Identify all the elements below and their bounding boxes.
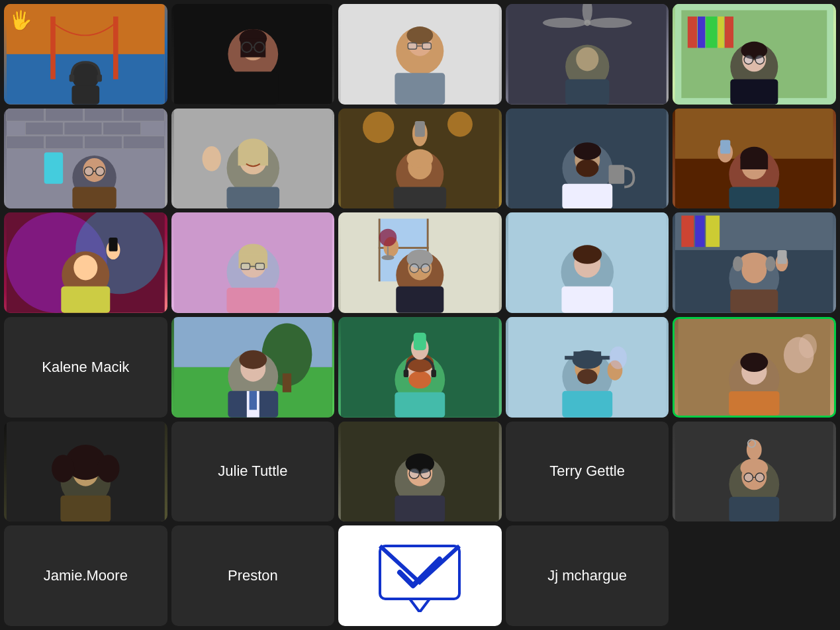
video-cell-r3c1[interactable] <box>4 212 167 313</box>
svg-rect-217 <box>380 546 459 599</box>
svg-rect-206 <box>395 496 445 522</box>
video-cell-jamie-moore[interactable]: Jamie.Moore <box>4 525 167 626</box>
mail-icon-svg <box>377 539 463 612</box>
svg-point-203 <box>409 469 419 478</box>
video-cell-r1c3[interactable] <box>338 4 502 105</box>
wave-emoji: 🖐️ <box>9 9 32 31</box>
video-cell-r4c4[interactable] <box>506 317 669 418</box>
video-portrait-r2c3 <box>338 109 502 209</box>
svg-rect-24 <box>395 73 445 104</box>
svg-rect-59 <box>84 136 122 148</box>
svg-rect-50 <box>7 109 44 121</box>
svg-rect-13 <box>228 71 278 104</box>
video-cell-r5c3[interactable] <box>338 422 502 522</box>
video-cell-jj-mchargue[interactable]: Jj mchargue <box>506 525 669 626</box>
jamie-moore-label: Jamie.Moore <box>37 561 134 591</box>
svg-point-148 <box>766 257 776 272</box>
svg-rect-113 <box>241 263 250 269</box>
video-portrait-r1c4 <box>506 4 669 105</box>
svg-rect-90 <box>562 183 612 208</box>
svg-point-20 <box>407 26 434 44</box>
video-cell-r3c5[interactable] <box>673 212 836 313</box>
svg-point-191 <box>799 334 817 358</box>
video-portrait-r1c2 <box>171 4 335 105</box>
svg-rect-37 <box>698 17 705 48</box>
video-cell-r1c4[interactable] <box>506 4 669 105</box>
video-cell-r4c5-active[interactable] <box>673 317 836 418</box>
video-cell-r1c2[interactable] <box>171 4 335 105</box>
video-cell-r3c2[interactable] <box>171 212 335 313</box>
svg-point-180 <box>577 369 597 384</box>
video-cell-r2c2[interactable] <box>171 109 335 209</box>
svg-rect-119 <box>379 219 381 282</box>
svg-point-77 <box>447 111 473 136</box>
svg-rect-56 <box>103 122 141 135</box>
svg-point-28 <box>588 18 631 28</box>
video-cell-r2c5[interactable] <box>673 109 836 209</box>
video-portrait-r5c3 <box>338 422 502 522</box>
mail-icon-container <box>338 525 502 626</box>
video-cell-terry-gettle[interactable]: Terry Gettle <box>506 422 669 522</box>
svg-rect-150 <box>778 250 787 264</box>
svg-point-129 <box>379 229 397 247</box>
svg-point-104 <box>73 255 97 281</box>
video-portrait-r4c2 <box>171 317 335 418</box>
svg-point-31 <box>576 47 598 71</box>
svg-point-66 <box>95 167 104 175</box>
video-portrait-r5c1 <box>4 422 167 522</box>
svg-rect-143 <box>706 216 720 247</box>
video-cell-r5c5[interactable] <box>673 422 836 522</box>
julie-tuttle-label: Julie Tuttle <box>211 456 294 486</box>
svg-point-131 <box>382 255 395 261</box>
video-cell-r2c3[interactable] <box>338 109 502 209</box>
svg-point-45 <box>745 56 753 64</box>
svg-point-137 <box>573 246 602 264</box>
video-cell-julie-tuttle[interactable]: Julie Tuttle <box>171 422 335 522</box>
video-portrait-r3c4 <box>506 212 669 313</box>
svg-point-146 <box>741 253 769 271</box>
svg-point-65 <box>84 167 93 175</box>
video-cell-r3c3[interactable] <box>338 212 502 313</box>
svg-rect-21 <box>408 43 416 49</box>
svg-point-87 <box>576 159 598 177</box>
svg-rect-138 <box>561 287 613 313</box>
video-portrait-r2c5 <box>673 109 836 209</box>
video-cell-r2c1[interactable] <box>4 109 167 209</box>
svg-point-166 <box>408 371 431 389</box>
svg-rect-54 <box>25 122 63 135</box>
svg-rect-198 <box>60 496 111 522</box>
video-portrait-r3c1 <box>4 212 167 313</box>
video-cell-r5c1[interactable] <box>4 422 167 522</box>
svg-rect-3 <box>113 17 118 79</box>
svg-point-46 <box>756 56 765 64</box>
svg-point-214 <box>747 439 762 459</box>
video-cell-preston[interactable]: Preston <box>171 525 335 626</box>
svg-marker-218 <box>410 599 430 612</box>
video-cell-r1c5[interactable] <box>673 4 836 105</box>
svg-rect-105 <box>61 287 110 313</box>
video-grid: 🖐️ <box>0 0 840 630</box>
svg-rect-60 <box>123 136 165 148</box>
video-cell-r2c4[interactable] <box>506 109 669 209</box>
svg-rect-51 <box>46 109 83 121</box>
video-cell-kalene-macik[interactable]: Kalene Macik <box>4 317 167 418</box>
svg-rect-168 <box>404 370 409 377</box>
svg-rect-89 <box>608 165 624 183</box>
video-cell-r4c3[interactable] <box>338 317 502 418</box>
svg-rect-39 <box>718 17 724 48</box>
svg-point-188 <box>741 353 769 372</box>
svg-rect-156 <box>282 373 291 392</box>
video-cell-mail-icon[interactable] <box>338 525 502 626</box>
svg-rect-162 <box>249 391 256 410</box>
svg-rect-151 <box>731 290 778 313</box>
video-portrait-r3c2 <box>171 212 335 313</box>
video-cell-r1c1[interactable]: 🖐️ <box>4 4 167 105</box>
svg-rect-2 <box>50 17 56 79</box>
kalene-macik-label: Kalene Macik <box>35 352 136 382</box>
svg-rect-142 <box>696 216 705 247</box>
video-cell-r4c2[interactable] <box>171 317 335 418</box>
svg-rect-172 <box>414 333 426 351</box>
svg-rect-107 <box>109 238 117 251</box>
svg-point-212 <box>756 472 765 481</box>
video-cell-r3c4[interactable] <box>506 212 669 313</box>
